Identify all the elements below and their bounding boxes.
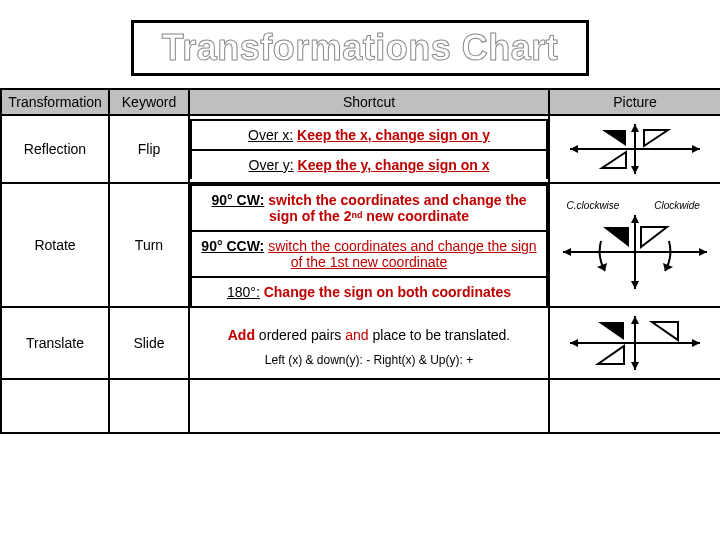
- row-empty: [1, 379, 720, 433]
- header-shortcut: Shortcut: [189, 89, 549, 115]
- cw90-label: 90° CW:: [212, 192, 265, 208]
- reflection-picture: [549, 115, 720, 183]
- svg-marker-23: [631, 316, 639, 324]
- row-rotate: Rotate Turn 90° CW: switch the coordinat…: [1, 183, 720, 307]
- svg-marker-12: [563, 248, 571, 256]
- translate-keyword: Slide: [109, 307, 189, 379]
- r180-rule: Change the sign on both coordinates: [264, 284, 511, 300]
- translate-axes-icon: [560, 312, 710, 374]
- row-translate: Translate Slide Add ordered pairs and pl…: [1, 307, 720, 379]
- ccw90-rule: switch the coordinates and change the si…: [268, 238, 537, 270]
- svg-marker-13: [631, 215, 639, 223]
- r180-label: 180°:: [227, 284, 260, 300]
- rotate-name: Rotate: [1, 183, 109, 307]
- reflection-name: Reflection: [1, 115, 109, 183]
- svg-marker-27: [598, 346, 624, 364]
- svg-marker-21: [570, 339, 578, 347]
- rotate-picture: C.clockwise Clockwide: [549, 183, 720, 307]
- reflection-axes-icon: [560, 120, 710, 178]
- svg-marker-24: [631, 362, 639, 370]
- svg-marker-4: [631, 124, 639, 132]
- svg-marker-5: [631, 166, 639, 174]
- svg-marker-1: [692, 145, 700, 153]
- svg-marker-11: [699, 248, 707, 256]
- svg-marker-8: [602, 152, 626, 168]
- svg-marker-6: [602, 130, 626, 146]
- header-row: Transformation Keyword Shortcut Picture: [1, 89, 720, 115]
- row-reflection: Reflection Flip Over x: Keep the x, chan…: [1, 115, 720, 183]
- t-main-c: and: [345, 327, 368, 343]
- reflection-keyword: Flip: [109, 115, 189, 183]
- rotate-keyword: Turn: [109, 183, 189, 307]
- svg-marker-14: [631, 281, 639, 289]
- t-sub: Left (x) & down(y): - Right(x) & Up(y): …: [191, 351, 547, 367]
- empty-3: [189, 379, 549, 433]
- svg-marker-2: [570, 145, 578, 153]
- header-keyword: Keyword: [109, 89, 189, 115]
- rotate-shortcuts: 90° CW: switch the coordinates and chang…: [189, 183, 549, 307]
- empty-1: [1, 379, 109, 433]
- over-x-label: Over x:: [248, 127, 293, 143]
- rotate-axes-icon: C.clockwise Clockwide: [555, 197, 715, 293]
- svg-marker-15: [603, 227, 629, 247]
- empty-4: [549, 379, 720, 433]
- over-y-rule: Keep the y, change sign on x: [298, 157, 490, 173]
- cw-label: Clockwide: [654, 200, 700, 211]
- ccw90-label: 90° CCW:: [201, 238, 264, 254]
- reflection-shortcuts: Over x: Keep the x, change sign on y Ove…: [189, 115, 549, 183]
- svg-marker-25: [598, 322, 624, 340]
- over-x-rule: Keep the x, change sign on y: [297, 127, 490, 143]
- translate-picture: [549, 307, 720, 379]
- translate-shortcuts: Add ordered pairs and place to be transl…: [189, 307, 549, 379]
- svg-marker-7: [644, 130, 668, 146]
- svg-marker-20: [692, 339, 700, 347]
- t-main-a: Add: [228, 327, 255, 343]
- header-picture: Picture: [549, 89, 720, 115]
- over-y-label: Over y:: [249, 157, 294, 173]
- t-main-b: ordered pairs: [255, 327, 345, 343]
- cw90-rule-sup: nd: [351, 210, 362, 220]
- translate-name: Translate: [1, 307, 109, 379]
- page-title: Transformations Chart: [131, 20, 590, 76]
- header-transformation: Transformation: [1, 89, 109, 115]
- empty-2: [109, 379, 189, 433]
- svg-marker-16: [641, 227, 667, 247]
- t-main-d: place to be translated.: [369, 327, 511, 343]
- svg-marker-26: [652, 322, 678, 340]
- title-container: Transformations Chart: [0, 0, 720, 88]
- transformations-table: Transformation Keyword Shortcut Picture …: [0, 88, 720, 434]
- cw90-rule-b: new coordinate: [362, 208, 469, 224]
- ccw-label: C.clockwise: [567, 200, 620, 211]
